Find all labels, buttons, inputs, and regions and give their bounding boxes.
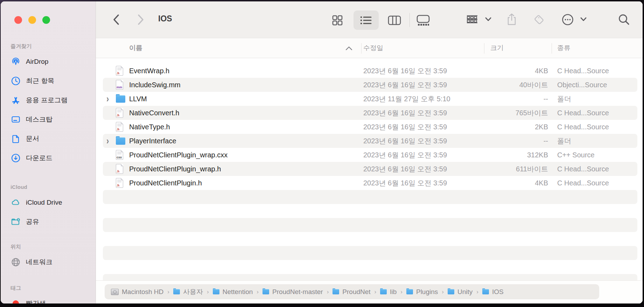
file-ext-badge: mm bbox=[117, 86, 122, 89]
path-pill: Macintosh HD › 사용자 › Nettention › ProudN… bbox=[105, 284, 599, 299]
c-header-file-icon: .h bbox=[116, 178, 123, 188]
finder-window: 즐겨찾기 AirDrop 최근 항목 응용 프로그램 데스크탑 bbox=[1, 1, 643, 303]
path-item-unity[interactable]: Unity bbox=[448, 288, 472, 296]
file-name: LLVM bbox=[129, 92, 147, 106]
file-modified: 2023년 6월 16일 오전 3:59 bbox=[363, 176, 447, 190]
file-kind: 폴더 bbox=[557, 92, 571, 106]
path-item-plugins[interactable]: Plugins bbox=[406, 288, 438, 296]
file-ext-badge: .h bbox=[117, 71, 119, 75]
path-item-ios[interactable]: IOS bbox=[482, 288, 504, 296]
sidebar-item-tag-red[interactable]: 빨간색 bbox=[1, 294, 96, 303]
path-separator: › bbox=[476, 288, 478, 295]
empty-row bbox=[96, 232, 643, 246]
group-by-button[interactable] bbox=[464, 12, 480, 27]
traffic-lights bbox=[14, 16, 50, 24]
window-title: IOS bbox=[158, 14, 172, 23]
table-row[interactable]: › PlayerInterface 2023년 6월 16일 오전 3:59 -… bbox=[96, 134, 643, 148]
column-divider[interactable] bbox=[361, 43, 362, 54]
path-item-proudnet[interactable]: ProudNet bbox=[332, 288, 370, 296]
disclosure-chevron-icon[interactable]: › bbox=[106, 132, 109, 150]
sidebar-item-recents[interactable]: 최근 항목 bbox=[1, 71, 96, 90]
file-name: ProudNetClientPlugin_wrap.cxx bbox=[129, 148, 227, 162]
back-button[interactable] bbox=[108, 12, 124, 27]
column-header: 이름 수정일 크기 종류 bbox=[96, 38, 643, 58]
path-separator: › bbox=[400, 288, 402, 295]
forward-button[interactable] bbox=[133, 12, 148, 27]
column-size[interactable]: 크기 bbox=[490, 38, 504, 58]
path-item-label: IOS bbox=[492, 288, 504, 296]
sidebar-item-shared[interactable]: 공유 bbox=[1, 212, 96, 231]
column-divider[interactable] bbox=[484, 43, 484, 54]
zoom-window-button[interactable] bbox=[42, 16, 50, 24]
path-item-nettention[interactable]: Nettention bbox=[213, 288, 253, 296]
folder-icon bbox=[213, 289, 219, 294]
path-item-proudnet-master[interactable]: ProudNet-master bbox=[262, 288, 323, 296]
user-folder-icon bbox=[173, 289, 180, 294]
table-row[interactable]: .h EventWrap.h 2023년 6월 16일 오전 3:59 4KB … bbox=[96, 64, 643, 78]
file-size: 312KB bbox=[478, 148, 548, 162]
sidebar-item-documents[interactable]: 문서 bbox=[1, 129, 96, 148]
folder-icon bbox=[262, 289, 269, 294]
view-grid-button[interactable] bbox=[325, 11, 350, 30]
close-window-button[interactable] bbox=[14, 16, 22, 24]
airdrop-icon bbox=[10, 56, 21, 67]
file-modified: 2023년 11월 27일 오후 5:10 bbox=[363, 92, 450, 106]
column-divider[interactable] bbox=[552, 43, 552, 54]
file-name: NativeType.h bbox=[129, 120, 170, 134]
view-columns-button[interactable] bbox=[382, 11, 407, 30]
table-row[interactable]: › LLVM 2023년 11월 27일 오후 5:10 -- 폴더 bbox=[96, 92, 643, 106]
view-gallery-button[interactable] bbox=[411, 11, 436, 30]
sidebar-item-downloads[interactable]: 다운로드 bbox=[1, 148, 96, 168]
tag-button[interactable] bbox=[531, 12, 547, 27]
path-item-macintosh-hd[interactable]: Macintosh HD bbox=[111, 288, 163, 296]
sidebar-item-desktop[interactable]: 데스크탑 bbox=[1, 110, 96, 129]
path-separator: › bbox=[257, 288, 259, 295]
file-kind: C Head...Source bbox=[557, 162, 609, 176]
path-item-label: Unity bbox=[457, 288, 472, 296]
sidebar-item-applications[interactable]: 응용 프로그램 bbox=[1, 90, 96, 110]
file-kind: 폴더 bbox=[557, 134, 571, 148]
red-dot-icon bbox=[10, 298, 21, 304]
file-size: 4KB bbox=[478, 176, 548, 190]
file-ext-badge: .h bbox=[117, 114, 119, 117]
search-button[interactable] bbox=[616, 12, 632, 27]
disclosure-chevron-icon[interactable]: › bbox=[106, 90, 109, 108]
file-size: -- bbox=[478, 134, 548, 148]
c-header-file-icon: .h bbox=[116, 108, 123, 118]
folder-icon bbox=[406, 289, 413, 294]
table-row[interactable]: .h NativeType.h 2023년 6월 16일 오전 3:59 2KB… bbox=[96, 120, 643, 134]
column-name[interactable]: 이름 bbox=[129, 38, 142, 58]
column-modified[interactable]: 수정일 bbox=[363, 38, 383, 58]
file-ext-badge: .h bbox=[117, 184, 119, 187]
path-separator: › bbox=[374, 288, 377, 295]
path-separator: › bbox=[442, 288, 444, 295]
sidebar-item-network[interactable]: 네트워크 bbox=[1, 252, 96, 272]
path-separator: › bbox=[167, 288, 169, 295]
shared-folder-icon bbox=[10, 217, 21, 227]
sidebar-item-airdrop[interactable]: AirDrop bbox=[1, 52, 96, 71]
table-row[interactable]: .h NativeConvert.h 2023년 6월 16일 오전 3:59 … bbox=[96, 106, 643, 120]
path-item-lib[interactable]: lib bbox=[380, 288, 397, 296]
share-button[interactable] bbox=[504, 12, 519, 27]
file-modified: 2023년 6월 16일 오전 3:59 bbox=[363, 64, 447, 78]
file-modified: 2023년 6월 16일 오전 3:59 bbox=[363, 106, 447, 120]
sidebar-item-icloud-drive[interactable]: iCloud Drive bbox=[1, 193, 96, 212]
table-row[interactable]: cxx ProudNetClientPlugin_wrap.cxx 2023년 … bbox=[96, 148, 643, 162]
table-row[interactable]: mm IncludeSwig.mm 2023년 6월 16일 오전 3:59 4… bbox=[96, 78, 643, 92]
more-options-button[interactable] bbox=[560, 12, 575, 27]
minimize-window-button[interactable] bbox=[28, 16, 36, 24]
c-header-file-icon: .h bbox=[116, 66, 123, 76]
sidebar-item-label: 응용 프로그램 bbox=[26, 96, 68, 105]
file-kind: C Head...Source bbox=[557, 176, 609, 190]
column-kind[interactable]: 종류 bbox=[557, 38, 570, 58]
table-row[interactable]: .h ProudNetClientPlugin.h 2023년 6월 16일 오… bbox=[96, 176, 643, 190]
empty-row bbox=[96, 260, 643, 274]
sidebar-section-icloud: iCloud bbox=[1, 182, 96, 193]
file-name: IncludeSwig.mm bbox=[129, 78, 181, 92]
folder-icon bbox=[116, 136, 125, 145]
table-row[interactable]: .h ProudNetClientPlugin_wrap.h 2023년 6월 … bbox=[96, 162, 643, 176]
path-item-users[interactable]: 사용자 bbox=[173, 287, 203, 296]
view-list-button[interactable] bbox=[354, 11, 379, 30]
path-bar: Macintosh HD › 사용자 › Nettention › ProudN… bbox=[96, 280, 643, 303]
file-kind: C Head...Source bbox=[557, 64, 609, 78]
